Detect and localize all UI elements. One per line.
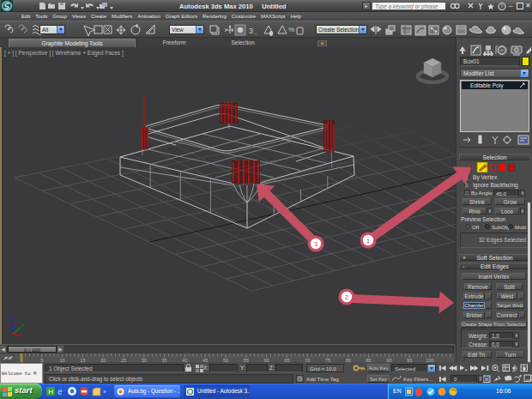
svg-text:e: e bbox=[57, 387, 63, 396]
svg-text:y: y bbox=[21, 322, 25, 329]
svg-text:»: » bbox=[103, 389, 106, 395]
svg-text:%: % bbox=[288, 26, 294, 33]
svg-text:?: ? bbox=[500, 3, 504, 9]
svg-text:z: z bbox=[9, 314, 13, 320]
svg-text:[ + ] [ Perspective ] [ Wirefr: [ + ] [ Perspective ] [ Wireframe + Edge… bbox=[4, 50, 124, 57]
svg-text:H: H bbox=[48, 388, 53, 396]
svg-text:⌂: ⌂ bbox=[254, 31, 257, 36]
svg-text:3: 3 bbox=[249, 27, 253, 35]
